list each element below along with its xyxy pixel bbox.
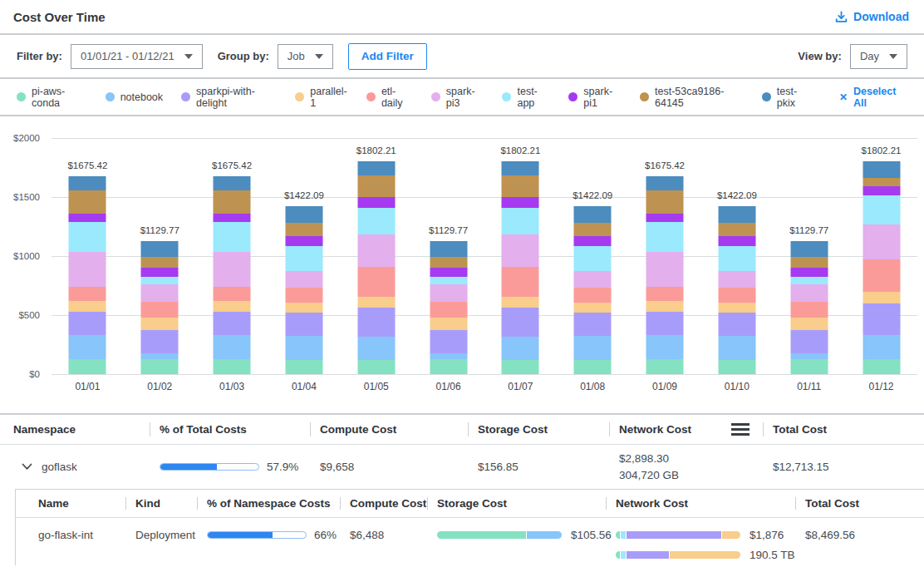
workload-row-go-flask-int[interactable]: go-flask-int Deployment 66% $6,488 $105.… bbox=[16, 518, 924, 565]
segment-spark-pi3 bbox=[69, 252, 106, 286]
workload-kind: Deployment bbox=[125, 529, 197, 565]
bar-01/12[interactable]: $1802.2101/12 bbox=[845, 138, 917, 374]
network-cost-bar bbox=[616, 531, 740, 539]
legend-item-test-app[interactable]: test-app bbox=[502, 86, 550, 109]
namespace-expand-toggle[interactable]: goflask bbox=[0, 461, 150, 473]
bar-total-label: $1802.21 bbox=[862, 145, 902, 155]
x-axis-label: 01/11 bbox=[773, 381, 845, 392]
segment-notebook bbox=[863, 335, 900, 359]
network-usage-value: 190.5 TB bbox=[750, 549, 795, 561]
legend-label: spark-pi3 bbox=[446, 86, 484, 109]
legend-item-test-pkix[interactable]: test-pkix bbox=[762, 86, 811, 109]
segment-test-53ca9186-64145 bbox=[646, 190, 684, 214]
add-filter-button[interactable]: Add Filter bbox=[348, 43, 427, 70]
x-axis-label: 01/06 bbox=[412, 381, 484, 392]
compute-cost-value: $6,488 bbox=[340, 529, 427, 565]
view-by-select[interactable]: Day bbox=[850, 44, 907, 69]
legend-item-spark-pi3[interactable]: spark-pi3 bbox=[431, 86, 484, 109]
chart-legend: pi-aws-condanotebooksparkpi-with-delight… bbox=[17, 86, 811, 109]
segment-parallel-1 bbox=[69, 301, 106, 312]
date-range-select[interactable]: 01/01/21 - 01/12/21 bbox=[71, 44, 203, 69]
x-axis-label: 01/07 bbox=[484, 381, 557, 392]
segment-test-53ca9186-64145 bbox=[718, 223, 755, 236]
legend-item-spark-pi1[interactable]: spark-pi1 bbox=[568, 86, 622, 109]
group-by-label: Group by: bbox=[218, 50, 269, 62]
bar-stack bbox=[141, 241, 179, 374]
bar-segment bbox=[527, 531, 562, 539]
bar-01/03[interactable]: $1675.4201/03 bbox=[196, 138, 268, 374]
segment-pi-aws-conda bbox=[646, 359, 684, 374]
segment-notebook bbox=[285, 336, 322, 360]
col-name: Name bbox=[16, 490, 125, 517]
segment-spark-pi1 bbox=[790, 268, 828, 277]
namespace-row-goflask[interactable]: goflask 57.9% $9,658 $156.85 $2,898.30 3… bbox=[0, 445, 924, 489]
y-axis-tick: $2000 bbox=[0, 133, 40, 143]
segment-sparkpi-with-delight bbox=[718, 313, 755, 336]
progress-bar bbox=[207, 531, 307, 539]
x-axis-label: 01/12 bbox=[845, 381, 917, 392]
bar-total-label: $1129.77 bbox=[789, 225, 828, 235]
bar-01/10[interactable]: $1422.0901/10 bbox=[700, 138, 773, 374]
segment-spark-pi1 bbox=[357, 197, 395, 208]
chart-legend-bar: pi-aws-condanotebooksparkpi-with-delight… bbox=[0, 79, 924, 116]
deselect-all-button[interactable]: ✕ Deselect All bbox=[839, 86, 907, 109]
bar-01/11[interactable]: $1129.7701/11 bbox=[773, 138, 845, 374]
bar-01/08[interactable]: $1422.0901/08 bbox=[557, 138, 629, 374]
segment-etl-daily bbox=[285, 288, 322, 303]
bar-total-label: $1675.42 bbox=[67, 160, 107, 170]
page-header: Cost Over Time Download bbox=[0, 0, 924, 35]
bar-01/09[interactable]: $1675.4201/09 bbox=[629, 138, 701, 374]
bar-01/02[interactable]: $1129.7701/02 bbox=[124, 138, 196, 374]
bar-01/06[interactable]: $1129.7701/06 bbox=[412, 138, 484, 374]
bar-01/04[interactable]: $1422.0901/04 bbox=[268, 138, 340, 374]
chevron-down-icon bbox=[889, 54, 897, 59]
segment-parallel-1 bbox=[646, 301, 684, 312]
group-by-select[interactable]: Job bbox=[278, 44, 333, 69]
segment-spark-pi3 bbox=[285, 271, 322, 288]
legend-item-notebook[interactable]: notebook bbox=[106, 91, 163, 103]
group-by-value: Job bbox=[288, 50, 305, 62]
segment-pi-aws-conda bbox=[502, 360, 539, 374]
bar-segment bbox=[616, 551, 620, 559]
x-axis-label: 01/02 bbox=[124, 381, 196, 392]
pct-total-costs-value: 57.9% bbox=[267, 461, 298, 473]
segment-notebook bbox=[574, 336, 612, 360]
segment-notebook bbox=[357, 337, 395, 360]
segment-parallel-1 bbox=[863, 292, 900, 303]
bar-01/01[interactable]: $1675.4201/01 bbox=[52, 138, 124, 374]
segment-parallel-1 bbox=[718, 303, 755, 313]
segment-notebook bbox=[214, 335, 251, 359]
bar-stack bbox=[285, 206, 322, 374]
segment-pi-aws-conda bbox=[214, 359, 251, 374]
network-cost-cell: $1,876 190.5 TB bbox=[606, 529, 795, 565]
segment-pi-aws-conda bbox=[69, 359, 106, 374]
namespace-table-header: Namespace % of Total Costs Compute Cost … bbox=[0, 413, 924, 445]
close-icon: ✕ bbox=[839, 91, 848, 103]
cost-over-time-chart: $1675.4201/01$1129.7701/02$1675.4201/03$… bbox=[0, 116, 924, 413]
legend-dot bbox=[106, 92, 115, 101]
bar-01/05[interactable]: $1802.2101/05 bbox=[340, 138, 412, 374]
x-axis-label: 01/04 bbox=[268, 381, 340, 392]
legend-item-test-53ca9186-64145[interactable]: test-53ca9186-64145 bbox=[640, 86, 744, 109]
workload-name: go-flask-int bbox=[16, 529, 125, 565]
segment-test-53ca9186-64145 bbox=[430, 257, 467, 268]
bar-01/07[interactable]: $1802.2101/07 bbox=[484, 138, 557, 374]
column-settings-icon[interactable] bbox=[731, 423, 750, 436]
segment-parallel-1 bbox=[141, 318, 179, 329]
legend-dot bbox=[640, 92, 649, 101]
bar-stack bbox=[863, 161, 900, 374]
segment-test-53ca9186-64145 bbox=[574, 223, 612, 236]
storage-cost-value: $156.85 bbox=[468, 461, 609, 473]
legend-item-parallel-1[interactable]: parallel-1 bbox=[295, 86, 348, 109]
segment-test-app bbox=[718, 246, 755, 271]
legend-item-sparkpi-with-delight[interactable]: sparkpi-with-delight bbox=[181, 86, 277, 109]
bar-stack bbox=[574, 206, 612, 374]
legend-label: parallel-1 bbox=[310, 86, 348, 109]
segment-pi-aws-conda bbox=[574, 360, 612, 374]
col-namespace: Namespace bbox=[0, 415, 150, 444]
segment-test-app bbox=[790, 277, 828, 284]
download-button[interactable]: Download bbox=[835, 10, 909, 23]
legend-item-etl-daily[interactable]: etl-daily bbox=[366, 86, 413, 109]
segment-test-pkix bbox=[285, 206, 322, 223]
legend-item-pi-aws-conda[interactable]: pi-aws-conda bbox=[17, 86, 87, 109]
